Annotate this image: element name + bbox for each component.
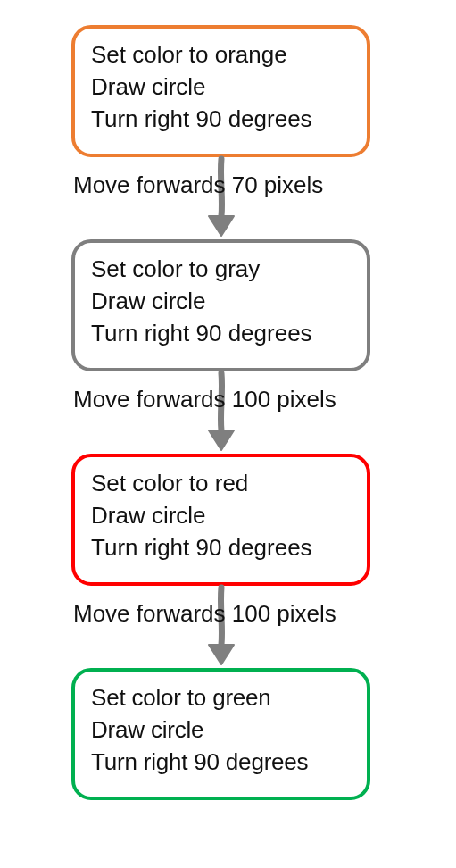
instruction-line: Turn right 90 degrees [91,532,360,564]
instruction-line: Set color to red [91,468,360,500]
flow-diagram: Set color to orange Draw circle Turn rig… [0,0,456,868]
flow-node-orange: Set color to orange Draw circle Turn rig… [71,25,370,157]
flow-edge-label: Move forwards 100 pixels [73,386,336,413]
instruction-line: Turn right 90 degrees [91,747,360,779]
instruction-line: Draw circle [91,286,360,318]
instruction-line: Draw circle [91,500,360,532]
instruction-line: Set color to gray [91,254,360,286]
instruction-line: Set color to orange [91,39,360,71]
instruction-line: Draw circle [91,714,360,747]
instruction-line: Turn right 90 degrees [91,104,360,136]
flow-node-red: Set color to red Draw circle Turn right … [71,454,370,586]
flow-edge-label: Move forwards 100 pixels [73,600,336,628]
instruction-line: Draw circle [91,71,360,104]
svg-marker-0 [209,216,234,236]
flow-node-gray: Set color to gray Draw circle Turn right… [71,239,370,371]
instruction-line: Turn right 90 degrees [91,318,360,350]
flow-node-green: Set color to green Draw circle Turn righ… [71,668,370,800]
svg-marker-2 [209,645,234,664]
flow-edge-label: Move forwards 70 pixels [73,171,323,199]
svg-marker-1 [209,430,234,450]
instruction-line: Set color to green [91,682,360,714]
